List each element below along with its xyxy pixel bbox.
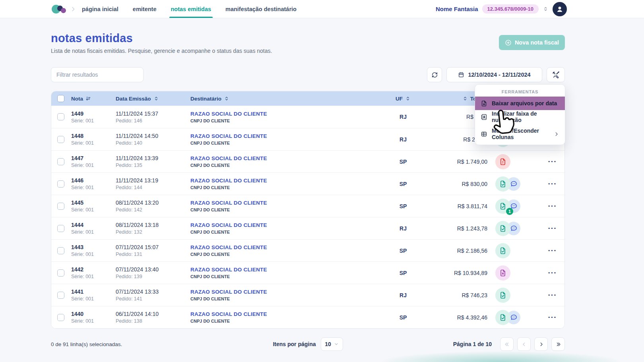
status-cell	[487, 310, 540, 325]
destinatario-link[interactable]: RAZAO SOCIAL DO CLIENTE	[190, 244, 381, 250]
nav-item-notas-emitidas[interactable]: notas emitidas	[171, 0, 211, 18]
destinatario-link[interactable]: RAZAO SOCIAL DO CLIENTE	[190, 311, 381, 317]
nota-number: 1446	[71, 177, 116, 184]
nav-item-manifestacao-destinatario[interactable]: manifestação destinatário	[225, 0, 297, 18]
items-per-page-select[interactable]: 10	[321, 337, 343, 351]
pedido-number: Pedido: 135	[116, 163, 190, 168]
nota-cell: 1444 Série: 001	[71, 222, 116, 235]
selection-summary: 0 de 91 linha(s) selecionadas.	[51, 341, 273, 347]
row-checkbox[interactable]	[57, 314, 64, 321]
nota-number: 1449	[71, 110, 116, 117]
chevrons-left-icon	[504, 341, 510, 347]
total-value: R$ 2.186,56	[425, 248, 487, 254]
row-checkbox[interactable]	[57, 136, 64, 143]
row-checkbox[interactable]	[57, 113, 64, 120]
emission-cell: 07/11/2024 13:33 Pedido: 141	[116, 288, 190, 302]
column-header-nota[interactable]: Nota	[71, 96, 116, 102]
next-page-button[interactable]	[534, 337, 548, 351]
row-actions-button[interactable]: ···	[548, 316, 557, 319]
app-logo-icon[interactable]	[52, 0, 68, 18]
destinatario-link[interactable]: RAZAO SOCIAL DO CLIENTE	[190, 267, 381, 273]
column-header-destinatario[interactable]: Destinatário	[190, 96, 381, 102]
row-actions-button[interactable]: ···	[548, 160, 557, 164]
row-actions-button[interactable]: ···	[548, 249, 557, 253]
destinatario-link[interactable]: RAZAO SOCIAL DO CLIENTE	[190, 155, 381, 161]
doc-check-status-icon[interactable]	[495, 288, 510, 303]
chat-icon	[510, 225, 518, 232]
cnpj-label: CNPJ DO CLIENTE	[190, 163, 381, 168]
cnpj-label: CNPJ DO CLIENTE	[190, 207, 381, 212]
row-checkbox[interactable]	[57, 203, 64, 210]
destinatario-link[interactable]: RAZAO SOCIAL DO CLIENTE	[190, 133, 381, 139]
doc-check-status-icon[interactable]	[495, 176, 510, 192]
filter-input[interactable]	[51, 67, 144, 82]
main-content: notas emitidas Lista de notas fiscais em…	[51, 18, 565, 351]
menu-item-inutilizar-faixa-de-numeracao[interactable]: Inutilizar faixa de numeração	[475, 110, 565, 124]
row-actions-button[interactable]: ···	[548, 293, 557, 297]
menu-item-baixar-arquivos-por-data[interactable]: Baixar arquivos por data	[475, 97, 565, 110]
nav-item-emitente[interactable]: emitente	[133, 0, 157, 18]
row-actions-button[interactable]: ···	[548, 182, 557, 186]
destinatario-link[interactable]: RAZAO SOCIAL DO CLIENTE	[190, 200, 381, 206]
row-actions-button[interactable]: ···	[548, 271, 557, 275]
sort-desc-icon	[85, 96, 91, 101]
row-checkbox[interactable]	[57, 247, 64, 254]
nota-serie: Série: 001	[71, 118, 116, 124]
prev-page-button[interactable]	[517, 337, 531, 351]
nota-serie: Série: 001	[71, 207, 116, 213]
top-nav: página inicialemitentenotas emitidasmani…	[0, 0, 644, 18]
uf-value: RJ	[381, 114, 425, 120]
table-row: 1446 Série: 001 11/11/2024 13:19 Pedido:…	[51, 172, 564, 195]
destinatario-link[interactable]: RAZAO SOCIAL DO CLIENTE	[190, 111, 381, 117]
nota-cell: 1447 Série: 001	[71, 155, 116, 168]
refresh-icon	[431, 72, 438, 78]
items-per-page-label: Itens por página	[273, 341, 316, 347]
doc-check-status-icon[interactable]	[495, 243, 510, 258]
menu-item-mostrar-esconder-colunas[interactable]: Mostrar/Esconder Colunas	[475, 127, 565, 141]
row-actions-button[interactable]: ···	[548, 204, 557, 208]
doc-cancel-status-icon[interactable]	[495, 265, 510, 281]
nota-serie: Série: 001	[71, 163, 116, 168]
row-checkbox[interactable]	[57, 158, 64, 165]
nota-cell: 1446 Série: 001	[71, 177, 116, 190]
doc-check-status-icon[interactable]: 1	[495, 199, 510, 214]
tools-menu: FERRAMENTAS Baixar arquivos por dataInut…	[475, 84, 565, 145]
cnpj-label: CNPJ DO CLIENTE	[190, 274, 381, 279]
total-value: R$ 830,00	[425, 181, 487, 187]
emission-cell: 08/11/2024 13:20 Pedido: 142	[116, 199, 190, 213]
tools-button[interactable]	[547, 67, 565, 82]
doc-check-status-icon[interactable]	[495, 221, 510, 236]
doc-error-status-icon[interactable]	[495, 154, 510, 169]
doc-check-icon	[499, 180, 507, 188]
refresh-button[interactable]	[427, 67, 442, 82]
destinatario-link[interactable]: RAZAO SOCIAL DO CLIENTE	[190, 289, 381, 295]
doc-check-status-icon[interactable]	[495, 310, 510, 325]
emission-date: 07/11/2024 15:07	[116, 244, 190, 250]
date-range-button[interactable]: 12/10/2024 - 12/11/2024	[446, 67, 542, 82]
chevrons-right-icon	[555, 341, 561, 347]
last-page-button[interactable]	[551, 337, 565, 351]
row-checkbox[interactable]	[57, 180, 64, 188]
new-note-button[interactable]: Nova nota fiscal	[499, 35, 565, 50]
destinatario-link[interactable]: RAZAO SOCIAL DO CLIENTE	[190, 178, 381, 184]
select-all-checkbox[interactable]	[57, 95, 64, 102]
pedido-number: Pedido: 131	[116, 252, 190, 257]
tools-menu-title: FERRAMENTAS	[475, 87, 565, 97]
row-checkbox[interactable]	[57, 292, 64, 299]
uf-value: SP	[381, 159, 425, 165]
destinatario-link[interactable]: RAZAO SOCIAL DO CLIENTE	[190, 222, 381, 228]
pedido-number: Pedido: 139	[116, 274, 190, 279]
pedido-number: Pedido: 138	[116, 318, 190, 324]
column-header-uf[interactable]: UF	[381, 96, 425, 102]
account-switcher-icon[interactable]	[543, 6, 549, 12]
first-page-button[interactable]	[500, 337, 514, 351]
table-footer: 0 de 91 linha(s) selecionadas. Itens por…	[51, 337, 565, 351]
uf-value: SP	[381, 181, 425, 187]
avatar[interactable]	[553, 2, 567, 16]
destinatario-cell: RAZAO SOCIAL DO CLIENTE CNPJ DO CLIENTE	[190, 311, 381, 323]
row-checkbox[interactable]	[57, 269, 64, 277]
row-actions-button[interactable]: ···	[548, 226, 557, 230]
row-checkbox[interactable]	[57, 225, 64, 232]
nav-item-pagina-inicial[interactable]: página inicial	[82, 0, 118, 18]
column-header-data-emissao[interactable]: Data Emissão	[116, 96, 190, 102]
